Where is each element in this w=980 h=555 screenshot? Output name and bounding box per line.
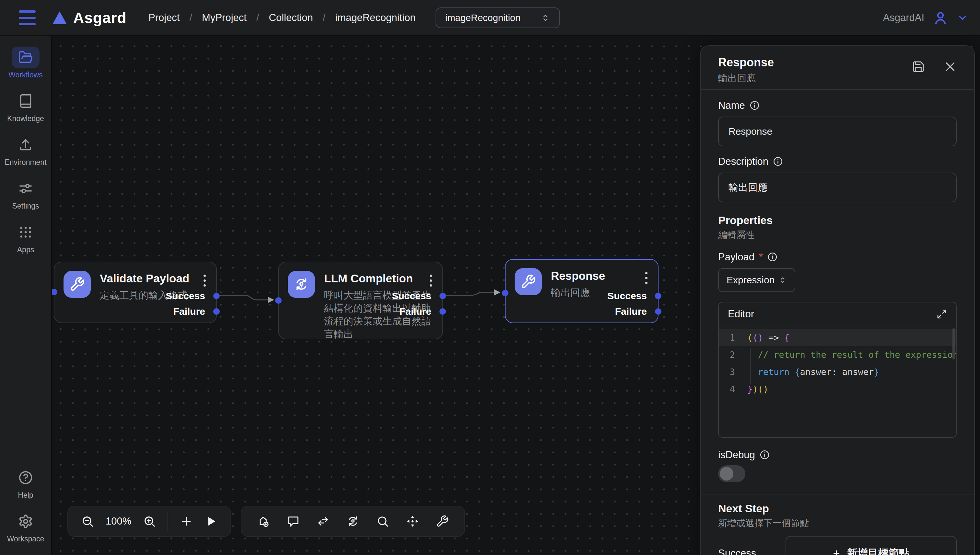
code-line[interactable]: 4 })() — [719, 380, 956, 398]
breadcrumb-separator: / — [323, 12, 326, 24]
llm-refresh-bulb-icon — [346, 515, 359, 528]
comment-button[interactable] — [287, 515, 300, 528]
breadcrumb-imagerecognition[interactable]: imageRecognition — [335, 12, 415, 24]
node-validate-payload[interactable]: Validate Payload 定義工具的輸入格式 Success Failu… — [54, 261, 217, 323]
properties-heading: Properties — [718, 214, 957, 226]
properties-subheading: 編輯屬性 — [718, 229, 957, 239]
zoom-in-button[interactable] — [143, 515, 156, 528]
sidebar-item-workspace[interactable]: Workspace — [0, 511, 51, 543]
required-asterisk: * — [759, 251, 763, 263]
swap-arrows-button[interactable] — [317, 515, 330, 528]
fit-view-button[interactable] — [406, 515, 419, 528]
open-folder-icon — [18, 50, 33, 65]
info-icon[interactable] — [773, 156, 783, 167]
sidebar-item-help[interactable]: Help — [0, 467, 51, 500]
isdebug-toggle[interactable] — [718, 465, 745, 482]
node-menu-button[interactable] — [644, 271, 649, 285]
tools-toolbar — [241, 506, 465, 537]
menu-hamburger-icon[interactable] — [19, 10, 35, 25]
toolbar-divider — [167, 512, 168, 531]
expression-editor[interactable]: Editor 1 (() => { 2 // return the result… — [718, 302, 957, 438]
sidebar-item-knowledge[interactable]: Knowledge — [0, 90, 51, 123]
chevrons-up-down-icon — [779, 276, 787, 284]
output-port-failure[interactable] — [655, 308, 661, 315]
swap-arrows-icon — [317, 515, 330, 528]
breadcrumb-myproject[interactable]: MyProject — [202, 12, 246, 24]
search-icon — [376, 515, 389, 528]
payload-type-value: Expression — [727, 274, 774, 286]
output-port-success[interactable] — [439, 293, 446, 299]
description-label-row: Description — [718, 156, 957, 167]
user-avatar-icon[interactable] — [933, 10, 948, 26]
wrench-icon — [436, 515, 449, 528]
zoom-out-button[interactable] — [81, 515, 94, 528]
code-line[interactable]: 1 (() => { — [719, 329, 956, 346]
breadcrumb-separator: / — [256, 12, 259, 24]
breadcrumb-collection[interactable]: Collection — [269, 12, 313, 24]
code-area[interactable]: 1 (() => { 2 // return the result of the… — [719, 326, 956, 398]
code-line[interactable]: 3 return {answer: answer} — [719, 363, 956, 380]
user-menu[interactable]: AsgardAI — [883, 0, 968, 35]
inspector-subtitle: 輸出回應 — [718, 72, 957, 85]
sidebar-item-settings[interactable]: Settings — [0, 178, 51, 210]
isdebug-label: isDebug — [718, 449, 755, 461]
chevron-down-icon[interactable] — [957, 12, 968, 24]
logo-text: Asgard — [73, 9, 126, 27]
info-icon[interactable] — [768, 252, 777, 262]
sidebar-item-label: Apps — [17, 245, 34, 254]
code-line[interactable]: 2 // return the result of the expression — [719, 346, 956, 363]
sidebar-item-label: Workspace — [7, 534, 44, 543]
add-button[interactable] — [180, 515, 193, 528]
input-port[interactable] — [275, 297, 282, 304]
add-node-icon — [257, 515, 270, 528]
llm-tool-button[interactable] — [346, 515, 359, 528]
editor-scrollbar[interactable] — [953, 328, 955, 359]
add-target-node-label: 新增目標節點 — [847, 546, 909, 555]
sidebar-item-apps[interactable]: Apps — [0, 221, 51, 254]
output-port-failure[interactable] — [439, 308, 446, 315]
output-port-success[interactable] — [213, 293, 220, 299]
port-label-success: Success — [166, 290, 205, 302]
input-port[interactable] — [502, 290, 509, 296]
run-play-button[interactable] — [204, 515, 217, 528]
node-response[interactable]: Response 輸出回應 Success Failure — [505, 259, 658, 323]
payload-type-select[interactable]: Expression — [718, 268, 795, 292]
port-label-failure: Failure — [174, 306, 205, 317]
description-input[interactable] — [718, 173, 957, 202]
node-menu-button[interactable] — [428, 273, 433, 288]
expand-icon[interactable] — [937, 309, 947, 319]
breadcrumb-project[interactable]: Project — [148, 12, 180, 24]
sidebar-item-label: Workflows — [8, 71, 43, 79]
tools-button[interactable] — [436, 515, 449, 528]
wrench-icon — [64, 271, 91, 298]
workflow-select-value: imageRecognition — [445, 13, 520, 23]
sidebar-item-environment[interactable]: Environment — [0, 134, 51, 167]
name-input[interactable] — [718, 117, 957, 146]
workflow-select-dropdown[interactable]: imageRecognition — [436, 8, 560, 28]
info-icon[interactable] — [750, 100, 760, 111]
sidebar-item-workflows[interactable]: Workflows — [0, 47, 51, 79]
info-icon[interactable] — [760, 450, 770, 460]
sidebar-item-label: Environment — [5, 158, 46, 167]
input-port[interactable] — [51, 289, 57, 295]
sidebar-item-label: Knowledge — [7, 114, 44, 123]
add-target-node-button[interactable]: + 新增目標節點 — [785, 536, 957, 555]
name-label-row: Name — [718, 99, 957, 111]
output-port-failure[interactable] — [213, 308, 220, 315]
payload-label: Payload — [718, 251, 755, 263]
search-button[interactable] — [376, 515, 389, 528]
user-name: AsgardAI — [883, 12, 924, 24]
apps-grid-icon — [18, 225, 33, 240]
zoom-toolbar: 100% — [68, 506, 231, 537]
output-port-success[interactable] — [655, 293, 661, 299]
description-label: Description — [718, 156, 768, 167]
node-menu-button[interactable] — [202, 273, 207, 288]
wrench-icon — [515, 268, 542, 295]
toggle-knob — [720, 467, 734, 481]
node-llm-completion[interactable]: LLM Completion 呼叫大型語言模型並產生結構化的資料輸出以輔助流程的… — [278, 261, 443, 339]
save-icon[interactable] — [912, 60, 925, 73]
close-icon[interactable] — [944, 60, 957, 73]
isdebug-label-row: isDebug — [718, 449, 957, 461]
add-node-button[interactable] — [257, 515, 270, 528]
port-label-failure: Failure — [399, 306, 431, 317]
